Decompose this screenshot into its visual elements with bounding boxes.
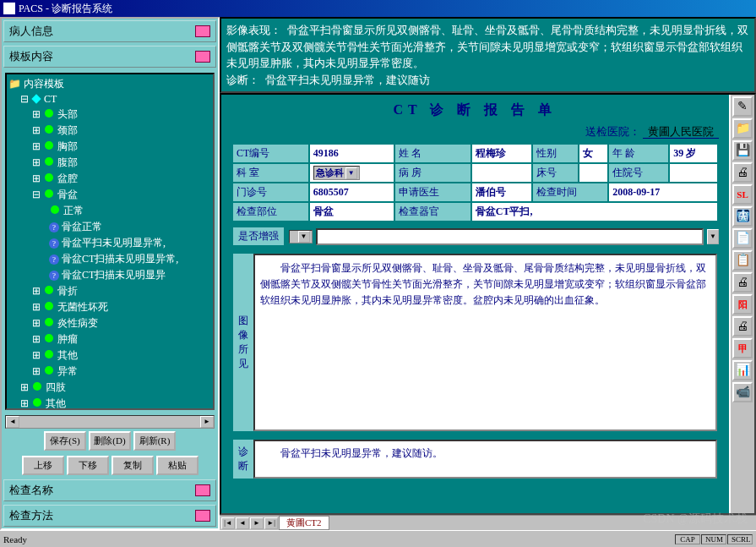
tree-node[interactable]: ? 骨盆平扫未见明显异常, [8,235,211,251]
tab-strip: |◄ ◄ ► ►| 黄圃CT2 [220,515,756,530]
tab-prev-icon[interactable]: ◄ [236,517,249,529]
window-title: PACS - 诊断报告系统 [19,2,112,16]
collapse-icon[interactable] [195,25,210,37]
tree-hscroll[interactable]: ◄ ► [5,415,215,429]
patient-info-header[interactable]: 病人信息 [3,20,216,42]
chevron-down-icon[interactable]: ▼ [707,229,719,244]
diagnosis-label: 诊断 [233,440,253,479]
tool-btn-6[interactable]: 📄 [732,228,753,249]
exam-equipment[interactable]: 骨盆CT平扫, [471,202,718,222]
hospital-row: 送检医院： 黄圃人民医院 [231,124,719,139]
template-content-header[interactable]: 模板内容 [3,46,216,68]
tool-btn-9[interactable]: 阳 [732,294,753,315]
collapse-icon[interactable] [195,510,210,522]
tool-btn-7[interactable]: 📋 [732,250,753,271]
tree-node[interactable]: ⊞ 四肢 [8,380,211,396]
tree-node[interactable]: ⊞ 无菌性坏死 [8,299,211,315]
tool-btn-5[interactable]: 🩻 [732,206,753,227]
template-tree[interactable]: 📁 内容模板 ⊟ CT⊞ 头部⊞ 颈部⊞ 胸部⊞ 腹部⊞ 盆腔⊟ 骨盆 正常 ?… [5,73,215,410]
req-doctor[interactable]: 潘伯号 [471,183,532,202]
bed[interactable] [579,163,609,183]
exam-method-header[interactable]: 检查方法 [3,505,216,527]
button-复制[interactable]: 复制 [111,456,154,475]
tool-btn-4[interactable]: SL [732,184,753,205]
tree-node[interactable]: ? 骨盆正常 [8,219,211,235]
chevron-down-icon: ▼ [345,167,357,179]
tool-btn-3[interactable]: 🖨 [732,162,753,183]
button-上移[interactable]: 上移 [22,456,64,475]
diagnosis-text[interactable]: 骨盆平扫未见明显异常，建议随访。 [253,440,717,479]
collapse-icon[interactable] [195,51,210,63]
tree-node[interactable]: ⊞ 骨折 [8,283,211,299]
app-icon [3,3,15,14]
impression-text: 影像表现： 骨盆平扫骨窗显示所见双侧髂骨、耻骨、坐骨及骶骨、尾骨骨质结构完整，未… [220,17,756,93]
button-保存(S)[interactable]: 保存(S) [44,431,86,451]
tool-btn-0[interactable]: ✎ [732,96,753,117]
tool-btn-13[interactable]: 📹 [732,382,753,402]
findings-text[interactable]: 骨盆平扫骨窗显示所见双侧髂骨、耻骨、坐骨及骶骨、尾骨骨质结构完整，未见明显骨折线… [253,254,717,431]
hospital-value[interactable]: 黄圃人民医院 [643,125,719,139]
tool-btn-12[interactable]: 📊 [732,360,753,380]
findings-label: 图像所见 [233,254,253,431]
age[interactable]: 39 岁 [669,144,718,163]
tree-node[interactable]: ⊟ CT [8,92,211,107]
button-粘贴[interactable]: 粘贴 [156,456,199,475]
tree-node[interactable]: ? 骨盆CT扫描未见明显异常, [8,251,211,267]
status-cell: NUM [701,534,726,544]
tree-node[interactable]: ⊞ 其他 [8,396,211,410]
tool-btn-2[interactable]: 💾 [732,140,753,161]
status-text: Ready [3,534,27,544]
tree-node[interactable]: ⊞ 盆腔 [8,171,211,187]
enhance-detail-dropdown[interactable] [316,228,704,245]
status-cell: CAP [675,534,700,544]
scroll-left-icon[interactable]: ◄ [6,416,19,428]
tree-node[interactable]: ⊟ 骨盆 [8,187,211,203]
tab-first-icon[interactable]: |◄ [221,517,235,529]
button-刷新(R)[interactable]: 刷新(R) [133,431,176,451]
ct-no[interactable]: 49186 [309,144,395,163]
tool-btn-10[interactable]: 🖨 [732,316,753,336]
scroll-right-icon[interactable]: ► [200,416,214,428]
report-title: CT 诊 断 报 告 单 [231,101,719,119]
tree-node[interactable]: ⊞ 胸部 [8,139,211,155]
tree-node[interactable]: ⊞ 肿瘤 [8,331,211,347]
tree-node[interactable]: ⊞ 异常 [8,364,211,380]
chevron-down-icon: ▼ [298,231,310,243]
ward[interactable] [471,163,532,183]
tool-btn-1[interactable]: 📁 [732,118,753,139]
status-cell: SCRL [727,534,753,544]
tab-next-icon[interactable]: ► [250,517,264,529]
report-form: CT 诊 断 报 告 单 送检医院： 黄圃人民医院 CT编号49186 姓 名程… [221,95,729,513]
tool-btn-8[interactable]: 🖨 [732,272,753,293]
window-titlebar: PACS - 诊断报告系统 [0,0,756,17]
tab-last-icon[interactable]: ►| [264,517,278,529]
tool-btn-11[interactable]: 甲 [732,338,753,358]
patient-info-table: CT编号49186 姓 名程梅珍 性别女 年 龄39 岁 科 室 急诊科▼ 病 … [231,143,719,222]
right-panel: 影像表现： 骨盆平扫骨窗显示所见双侧髂骨、耻骨、坐骨及骶骨、尾骨骨质结构完整，未… [220,17,756,530]
tree-node[interactable]: ⊞ 其他 [8,347,211,364]
tree-node[interactable]: ⊞ 腹部 [8,155,211,171]
right-toolbar: ✎📁💾🖨SL🩻📄📋🖨阳🖨甲📊📹 [729,95,754,513]
patient-name[interactable]: 程梅珍 [471,144,532,163]
sheet-tab[interactable]: 黄圃CT2 [279,516,329,530]
button-删除(D)[interactable]: 删除(D) [89,431,131,451]
tree-node[interactable]: ? 骨盆CT扫描未见明显异 [8,267,211,283]
tree-node[interactable]: ⊞ 炎性病变 [8,315,211,331]
left-panel: 病人信息 模板内容 📁 内容模板 ⊟ CT⊞ 头部⊞ 颈部⊞ 胸部⊞ 腹部⊞ 盆… [0,17,220,530]
sex[interactable]: 女 [579,144,609,163]
exam-date[interactable]: 2008-09-17 [608,183,718,202]
enhance-dropdown[interactable]: ▼ [289,230,313,243]
outpatient-no[interactable]: 6805507 [309,183,395,202]
exam-name-header[interactable]: 检查名称 [3,479,216,501]
tree-node[interactable]: ⊞ 头部 [8,107,211,123]
exam-part[interactable]: 骨盆 [309,202,395,222]
tree-root[interactable]: 📁 内容模板 [8,76,211,92]
button-下移[interactable]: 下移 [67,456,109,475]
tree-node[interactable]: 正常 [8,203,211,219]
enhance-label: 是否增强 [231,226,286,247]
dept-dropdown[interactable]: 急诊科▼ [309,163,395,183]
tree-node[interactable]: ⊞ 颈部 [8,123,211,139]
collapse-icon[interactable] [195,484,210,496]
admission-no[interactable] [669,163,718,183]
status-bar: Ready CAPNUMSCRL [0,530,756,547]
